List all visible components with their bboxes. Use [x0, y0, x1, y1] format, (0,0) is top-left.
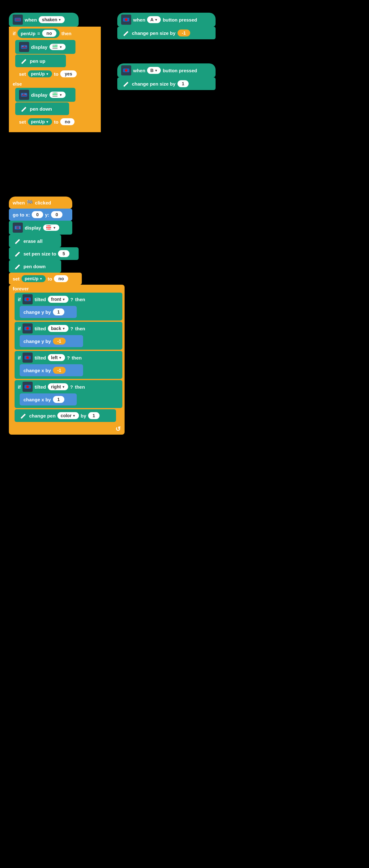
if-block-shaken: if penUp = no then	[9, 27, 101, 132]
script-flag: when 🏁 clicked go to x: 0 y: 0	[9, 196, 125, 435]
change-y-back[interactable]: change y by -1	[20, 335, 83, 347]
svg-rect-45	[53, 93, 54, 94]
svg-point-40	[22, 95, 23, 96]
forever-body: if tilted front ▼ ? then	[9, 292, 125, 423]
color-dropdown[interactable]: color ▼	[57, 412, 79, 419]
no-val: no	[42, 30, 56, 37]
pen-size-val-b: 1	[178, 80, 189, 87]
svg-rect-24	[55, 45, 56, 45]
display-label-flag: display	[25, 225, 41, 230]
svg-rect-46	[54, 93, 55, 94]
display-icon-dropdown-1[interactable]: ▼	[50, 44, 66, 50]
set-pen-size-label: set pen size to	[24, 251, 56, 256]
svg-point-7	[17, 20, 17, 21]
set-penup-no[interactable]: set penUp ▼ to no	[15, 116, 91, 128]
condition-pill[interactable]: penUp = no	[18, 29, 60, 38]
pen-icon-size	[13, 249, 22, 258]
if-tilted-back: if tilted back ▼ ? then	[14, 322, 125, 350]
mb-icon-front	[23, 294, 33, 304]
svg-rect-53	[53, 96, 54, 97]
y-label: y:	[45, 212, 49, 217]
button-b-dropdown[interactable]: B ▼	[147, 67, 161, 74]
pressed-label-b: button pressed	[163, 68, 197, 73]
pen-icon-erase	[13, 237, 22, 245]
change-pen-size-a[interactable]: change pen size by -1	[117, 27, 216, 39]
back-dropdown[interactable]: back ▼	[48, 325, 68, 332]
goto-block[interactable]: go to x: 0 y: 0	[9, 209, 72, 221]
right-dropdown[interactable]: right ▼	[48, 383, 68, 390]
goto-label: go to x:	[13, 212, 30, 217]
y-val: 0	[51, 211, 62, 218]
svg-point-64	[18, 227, 18, 227]
front-dropdown[interactable]: front ▼	[48, 296, 68, 303]
pen-down-flag-block[interactable]: pen down	[9, 260, 61, 273]
if-header: if penUp = no then	[9, 27, 101, 40]
left-dropdown[interactable]: left ▼	[48, 354, 65, 361]
mb-icon-back	[23, 323, 33, 334]
mb-icon-btn-b	[121, 65, 131, 75]
hat-button-a[interactable]: when A ▼ button pressed	[117, 13, 216, 27]
if-left-header: if tilted left ▼ ? then	[14, 351, 122, 364]
svg-rect-61	[14, 226, 21, 229]
pen-size-init-val: 5	[58, 250, 69, 257]
svg-point-20	[25, 47, 25, 48]
change-pen-color[interactable]: change pen color ▼ by 1	[14, 409, 116, 422]
if-tilted-front: if tilted front ▼ ? then	[14, 292, 125, 320]
svg-point-15	[25, 46, 25, 46]
pen-up-block[interactable]: pen up	[15, 55, 66, 67]
svg-rect-50	[54, 94, 55, 95]
change-y-front[interactable]: change y by 1	[20, 306, 77, 318]
svg-rect-56	[56, 96, 57, 97]
display-icon-dropdown-2[interactable]: ▼	[50, 92, 66, 98]
display-block-1[interactable]: display ▼	[15, 40, 75, 54]
set-pen-size-block[interactable]: set pen size to 5	[9, 247, 79, 260]
svg-point-85	[26, 298, 29, 301]
display-block-flag[interactable]: display ▼	[9, 221, 72, 235]
svg-rect-47	[55, 93, 56, 94]
set-penup-init[interactable]: set penUp ▼ to no	[9, 273, 82, 285]
hat-button-b[interactable]: when B ▼ button pressed	[117, 63, 216, 78]
svg-rect-26	[53, 46, 54, 47]
display-icon-dropdown-flag[interactable]: ▼	[43, 224, 59, 231]
svg-point-62	[16, 227, 16, 227]
change-x-left[interactable]: change x by -1	[20, 364, 83, 376]
change-x-right[interactable]: change x by 1	[20, 394, 77, 405]
svg-rect-34	[21, 93, 27, 97]
mb-icon-2	[19, 90, 29, 100]
display-label-1: display	[31, 44, 48, 50]
erase-all-block[interactable]: erase all	[9, 235, 61, 247]
pen-up-label: pen up	[30, 58, 45, 64]
svg-point-19	[24, 47, 24, 48]
pen-icon-b	[121, 79, 130, 88]
if-right-footer	[14, 405, 122, 408]
svg-point-42	[24, 95, 24, 96]
if-tilted-left: if tilted left ▼ ? then	[14, 351, 125, 379]
x-val: 0	[32, 211, 43, 218]
svg-point-17	[22, 47, 23, 48]
svg-rect-73	[48, 225, 49, 226]
svg-point-2	[17, 19, 17, 19]
svg-point-36	[23, 94, 24, 94]
svg-rect-23	[54, 45, 55, 45]
when-label-b: when	[133, 68, 145, 73]
pen-down-label: pen down	[30, 106, 52, 112]
svg-rect-79	[50, 227, 51, 228]
display-block-2[interactable]: display ▼	[15, 88, 75, 102]
change-pen-size-b[interactable]: change pen size by 1	[117, 78, 216, 90]
hat-flag-clicked[interactable]: when 🏁 clicked	[9, 196, 72, 209]
script-button-b: when B ▼ button pressed change pen size …	[117, 63, 216, 90]
button-a-dropdown[interactable]: A ▼	[147, 16, 161, 23]
penup-var-dropdown[interactable]: penUp ▼	[28, 70, 52, 78]
penup-var-dropdown-init[interactable]: penUp ▼	[22, 275, 45, 282]
penup-var-dropdown-2[interactable]: penUp ▼	[28, 118, 52, 125]
back-val: -1	[53, 338, 66, 345]
svg-rect-30	[53, 48, 54, 49]
svg-point-4	[19, 19, 19, 19]
svg-point-67	[16, 228, 16, 228]
shaken-dropdown[interactable]: shaken ▼	[39, 16, 64, 23]
hat-when-shaken[interactable]: when shaken ▼	[9, 13, 79, 27]
pen-down-block[interactable]: pen down	[15, 102, 69, 115]
svg-point-14	[24, 46, 24, 46]
set-penup-yes[interactable]: set penUp ▼ to yes	[15, 68, 96, 80]
color-val: 1	[88, 412, 99, 419]
